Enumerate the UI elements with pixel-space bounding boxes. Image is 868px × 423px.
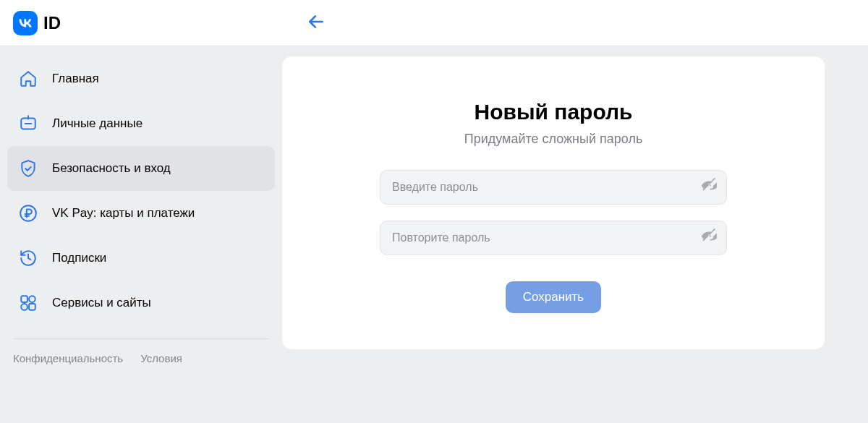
- sidebar-item-label: VK Pay: карты и платежи: [52, 206, 195, 221]
- sidebar-item-personal[interactable]: Личные данные: [7, 101, 275, 146]
- card-title: Новый пароль: [474, 100, 632, 124]
- sidebar-item-vkpay[interactable]: VK Pay: карты и платежи: [7, 191, 275, 236]
- svg-rect-7: [21, 304, 27, 310]
- eye-off-icon[interactable]: [701, 228, 717, 247]
- sidebar: Главная Личные данные Безопасность и вхо…: [0, 56, 282, 423]
- sidebar-item-label: Сервисы и сайты: [52, 296, 151, 310]
- shield-icon: [19, 159, 38, 178]
- logo[interactable]: ID: [13, 11, 61, 35]
- eye-off-icon[interactable]: [701, 178, 717, 197]
- repeat-password-input-wrap: [380, 221, 727, 255]
- sidebar-item-home[interactable]: Главная: [7, 56, 275, 101]
- main-panel: Новый пароль Придумайте сложный пароль С…: [282, 56, 868, 423]
- vk-logo-icon: [13, 11, 38, 35]
- privacy-link[interactable]: Конфиденциальность: [13, 352, 123, 364]
- password-card: Новый пароль Придумайте сложный пароль С…: [282, 56, 825, 349]
- sidebar-item-label: Главная: [52, 72, 99, 86]
- apps-icon: [19, 294, 38, 312]
- svg-rect-5: [21, 296, 27, 302]
- sidebar-footer: Конфиденциальность Условия: [13, 338, 269, 364]
- password-input-wrap: [380, 170, 727, 205]
- card-subtitle: Придумайте сложный пароль: [464, 132, 643, 147]
- clock-icon: [19, 249, 38, 268]
- home-icon: [19, 69, 38, 88]
- terms-link[interactable]: Условия: [140, 352, 182, 364]
- password-input[interactable]: [380, 170, 727, 205]
- id-card-icon: [19, 114, 38, 133]
- svg-rect-8: [29, 304, 35, 310]
- save-button[interactable]: Сохранить: [506, 281, 601, 313]
- sidebar-item-label: Подписки: [52, 251, 106, 265]
- logo-text: ID: [43, 13, 61, 33]
- sidebar-item-services[interactable]: Сервисы и сайты: [7, 281, 275, 325]
- header: ID: [0, 0, 868, 46]
- repeat-password-input[interactable]: [380, 221, 727, 255]
- back-button[interactable]: [307, 12, 326, 34]
- sidebar-item-subscriptions[interactable]: Подписки: [7, 236, 275, 281]
- svg-rect-6: [29, 296, 35, 302]
- ruble-icon: [19, 204, 38, 223]
- sidebar-item-security[interactable]: Безопасность и вход: [7, 146, 275, 191]
- content: Главная Личные данные Безопасность и вхо…: [0, 46, 868, 423]
- sidebar-item-label: Личные данные: [52, 116, 142, 131]
- svg-point-4: [20, 205, 36, 221]
- sidebar-item-label: Безопасность и вход: [52, 161, 171, 176]
